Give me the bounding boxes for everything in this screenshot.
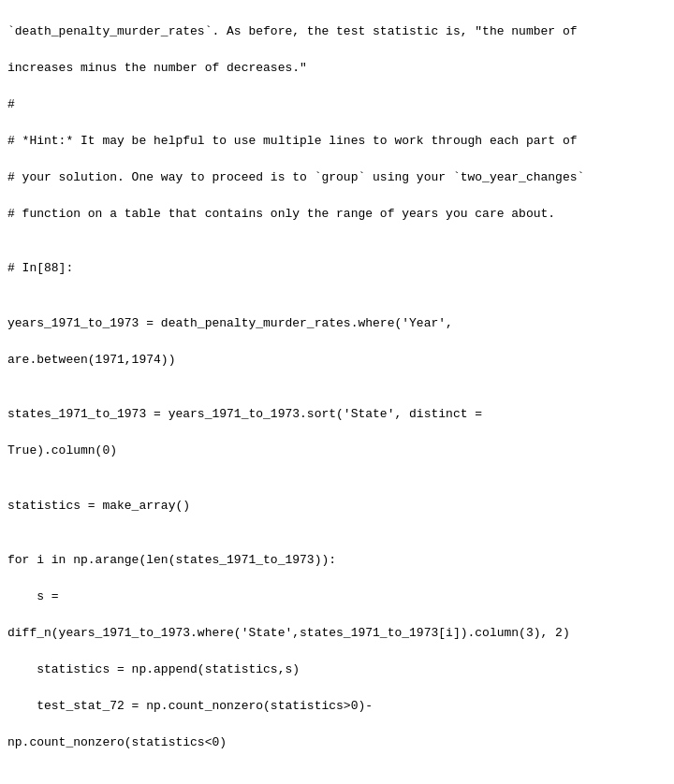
code-line-19: s = xyxy=(7,588,667,606)
code-line-10: years_1971_to_1973 = death_penalty_murde… xyxy=(7,314,667,333)
code-line-21: statistics = np.append(statistics,s) xyxy=(7,661,667,679)
code-block: `death_penalty_murder_rates`. As before,… xyxy=(0,0,674,784)
code-line-22: test_stat_72 = np.count_nonzero(statisti… xyxy=(7,697,667,716)
code-line-11: are.between(1971,1974)) xyxy=(7,351,667,370)
code-line-4: # *Hint:* It may be helpful to use multi… xyxy=(7,132,667,151)
code-line-16: statistics = make_array() xyxy=(7,497,667,515)
code-line-5: # your solution. One way to proceed is t… xyxy=(7,168,667,187)
code-line-20: diff_n(years_1971_to_1973.where('State',… xyxy=(7,624,667,643)
code-line-3: # xyxy=(7,95,667,114)
code-line-2: increases minus the number of decreases.… xyxy=(7,59,667,78)
code-line-13: states_1971_to_1973 = years_1971_to_1973… xyxy=(7,405,667,424)
code-line-23: np.count_nonzero(statistics<0) xyxy=(7,733,667,752)
code-line-6: # function on a table that contains only… xyxy=(7,205,667,224)
code-line-14: True).column(0) xyxy=(7,442,667,460)
code-line-18: for i in np.arange(len(states_1971_to_19… xyxy=(7,551,667,570)
code-line-8: # In[88]: xyxy=(7,259,667,278)
code-line-1: `death_penalty_murder_rates`. As before,… xyxy=(7,22,667,41)
